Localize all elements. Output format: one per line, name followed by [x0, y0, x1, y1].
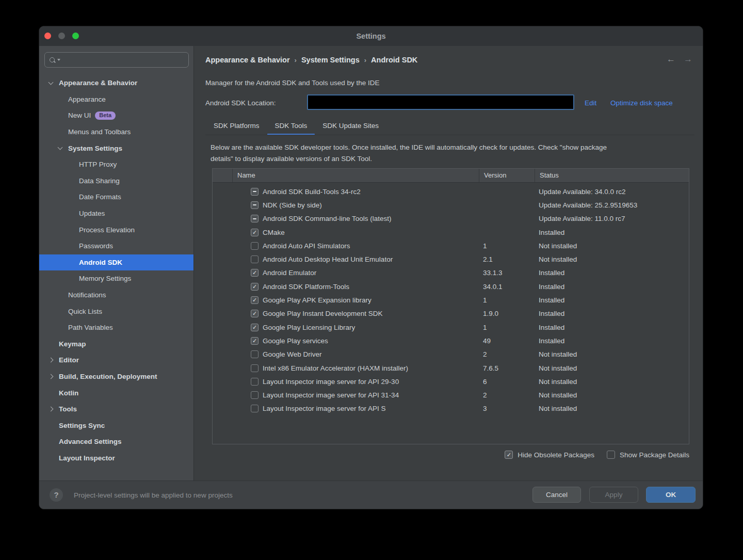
- column-version: Version: [479, 169, 535, 182]
- table-row[interactable]: ✓Google Play APK Expansion library1Insta…: [213, 293, 689, 307]
- row-checkbox[interactable]: [251, 391, 259, 399]
- option-checkbox[interactable]: [607, 451, 615, 459]
- row-checkbox[interactable]: ✓: [251, 283, 259, 291]
- row-checkbox[interactable]: ✓: [251, 337, 259, 345]
- package-status: Installed: [535, 229, 689, 236]
- table-row[interactable]: Android Auto API Simulators1Not installe…: [213, 239, 689, 252]
- column-selector: [213, 169, 232, 182]
- cancel-button[interactable]: Cancel: [532, 487, 581, 503]
- sidebar-item-appearance-behavior[interactable]: Appearance & Behavior: [39, 75, 193, 91]
- table-row[interactable]: ✓Google Play Instant Development SDK1.9.…: [213, 307, 689, 321]
- breadcrumb-item-system-settings[interactable]: System Settings: [301, 56, 360, 64]
- sidebar-item-new-ui[interactable]: New UIBeta: [39, 107, 193, 124]
- tab-sdk-tools[interactable]: SDK Tools: [267, 118, 315, 135]
- sidebar-item-notifications[interactable]: Notifications: [39, 287, 193, 303]
- search-options-caret-icon[interactable]: [57, 59, 60, 61]
- sidebar-item-label: Quick Lists: [68, 308, 102, 315]
- edit-link[interactable]: Edit: [585, 99, 596, 107]
- row-checkbox[interactable]: ✓: [251, 296, 259, 304]
- tab-sdk-platforms[interactable]: SDK Platforms: [206, 118, 267, 135]
- row-checkbox[interactable]: [251, 215, 259, 222]
- breadcrumb-item-appearance-behavior[interactable]: Appearance & Behavior: [205, 56, 290, 64]
- chevron-right-icon[interactable]: [49, 358, 54, 363]
- sidebar-item-settings-sync[interactable]: Settings Sync: [39, 417, 193, 434]
- sidebar-item-label: Updates: [79, 210, 105, 217]
- sidebar-item-keymap[interactable]: Keymap: [39, 336, 193, 353]
- search-input[interactable]: [44, 52, 189, 68]
- sidebar-item-quick-lists[interactable]: Quick Lists: [39, 303, 193, 319]
- table-row[interactable]: ✓CMakeInstalled: [213, 226, 689, 239]
- chevron-down-icon[interactable]: [58, 145, 63, 150]
- sidebar-item-http-proxy[interactable]: HTTP Proxy: [39, 156, 193, 173]
- table-row[interactable]: Layout Inspector image server for API 31…: [213, 388, 689, 402]
- table-row[interactable]: ✓Android Emulator33.1.3Installed: [213, 266, 689, 280]
- sidebar-item-tools[interactable]: Tools: [39, 401, 193, 418]
- package-version: 2: [479, 391, 535, 399]
- table-row[interactable]: NDK (Side by side)Update Available: 25.2…: [213, 198, 689, 212]
- table-row[interactable]: Android SDK Command-line Tools (latest)U…: [213, 212, 689, 226]
- sidebar-item-label: Settings Sync: [59, 422, 105, 429]
- sidebar-item-updates[interactable]: Updates: [39, 205, 193, 222]
- package-status: Update Available: 25.2.9519653: [535, 201, 689, 209]
- row-checkbox[interactable]: [251, 350, 259, 358]
- back-arrow-icon[interactable]: ←: [667, 54, 675, 65]
- row-checkbox[interactable]: [251, 378, 259, 386]
- row-checkbox[interactable]: [251, 201, 259, 209]
- sidebar-item-memory-settings[interactable]: Memory Settings: [39, 270, 193, 287]
- tab-divider: [205, 135, 694, 135]
- row-checkbox[interactable]: ✓: [251, 229, 259, 236]
- table-row[interactable]: ✓Google Play services49Installed: [213, 334, 689, 347]
- chevron-down-icon[interactable]: [49, 79, 54, 85]
- package-view-options: ✓Hide Obsolete PackagesShow Package Deta…: [212, 451, 689, 459]
- optimize-disk-space-link[interactable]: Optimize disk space: [610, 99, 673, 107]
- tab-sdk-update-sites[interactable]: SDK Update Sites: [315, 118, 386, 135]
- table-row[interactable]: Layout Inspector image server for API 29…: [213, 375, 689, 388]
- sidebar-item-build-execution-deployment[interactable]: Build, Execution, Deployment: [39, 369, 193, 385]
- table-row[interactable]: Android SDK Build-Tools 34-rc2Update Ava…: [213, 185, 689, 198]
- sdk-tools-description: Below are the available SDK developer to…: [211, 142, 618, 164]
- sdk-location-field[interactable]: [307, 94, 574, 110]
- chevron-right-icon[interactable]: [49, 374, 54, 379]
- sidebar-item-appearance[interactable]: Appearance: [39, 91, 193, 108]
- sidebar-item-path-variables[interactable]: Path Variables: [39, 319, 193, 336]
- row-checkbox[interactable]: [251, 405, 259, 412]
- option-show-package-details[interactable]: Show Package Details: [607, 451, 689, 459]
- package-status: Installed: [535, 310, 689, 317]
- apply-button[interactable]: Apply: [589, 487, 638, 503]
- sidebar-item-advanced-settings[interactable]: Advanced Settings: [39, 434, 193, 450]
- option-checkbox[interactable]: ✓: [505, 451, 513, 459]
- table-row[interactable]: Google Web Driver2Not installed: [213, 348, 689, 361]
- table-row[interactable]: ✓Android SDK Platform-Tools34.0.1Install…: [213, 280, 689, 293]
- sidebar-item-date-formats[interactable]: Date Formats: [39, 189, 193, 205]
- row-checkbox[interactable]: ✓: [251, 324, 259, 331]
- help-icon[interactable]: ?: [50, 488, 63, 502]
- row-checkbox[interactable]: ✓: [251, 310, 259, 317]
- sidebar-item-editor[interactable]: Editor: [39, 352, 193, 369]
- sidebar-item-system-settings[interactable]: System Settings: [39, 140, 193, 156]
- row-checkbox[interactable]: ✓: [251, 269, 259, 277]
- chevron-right-icon[interactable]: [49, 407, 54, 412]
- table-row[interactable]: Android Auto Desktop Head Unit Emulator2…: [213, 252, 689, 266]
- ok-button[interactable]: OK: [646, 487, 696, 503]
- sidebar-item-android-sdk[interactable]: Android SDK: [39, 254, 193, 271]
- sidebar-item-passwords[interactable]: Passwords: [39, 238, 193, 254]
- row-checkbox[interactable]: [251, 242, 259, 250]
- table-row[interactable]: Intel x86 Emulator Accelerator (HAXM ins…: [213, 361, 689, 375]
- sidebar-item-process-elevation[interactable]: Process Elevation: [39, 221, 193, 238]
- package-status: Installed: [535, 324, 689, 331]
- row-checkbox[interactable]: [251, 188, 259, 196]
- table-row[interactable]: Layout Inspector image server for API S3…: [213, 402, 689, 415]
- breadcrumb-item-android-sdk[interactable]: Android SDK: [371, 56, 417, 64]
- sidebar-item-menus-and-toolbars[interactable]: Menus and Toolbars: [39, 124, 193, 140]
- sidebar-item-layout-inspector[interactable]: Layout Inspector: [39, 450, 193, 467]
- settings-sidebar: Appearance & BehaviorAppearanceNew UIBet…: [39, 46, 194, 482]
- sidebar-item-kotlin[interactable]: Kotlin: [39, 385, 193, 401]
- row-checkbox[interactable]: [251, 364, 259, 372]
- sidebar-item-data-sharing[interactable]: Data Sharing: [39, 173, 193, 189]
- option-hide-obsolete-packages[interactable]: ✓Hide Obsolete Packages: [505, 451, 594, 459]
- sidebar-item-label: Android SDK: [79, 259, 122, 266]
- table-row[interactable]: ✓Google Play Licensing Library1Installed: [213, 321, 689, 334]
- package-name: NDK (Side by side): [263, 201, 322, 209]
- row-checkbox[interactable]: [251, 255, 259, 263]
- forward-arrow-icon[interactable]: →: [684, 54, 692, 65]
